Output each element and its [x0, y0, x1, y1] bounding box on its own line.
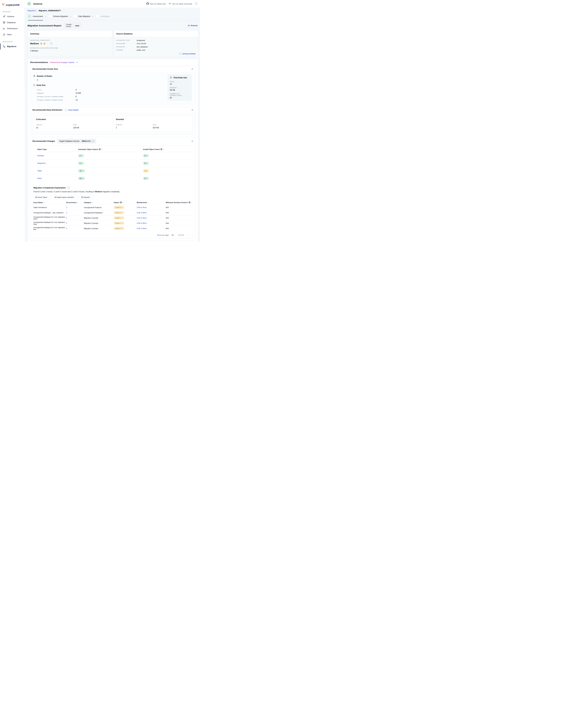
filter-impacts[interactable]: All Impacts⌄ [79, 195, 94, 199]
notes-section: Notes • Limitations in assessment [30, 241, 195, 242]
previous-page-button[interactable]: ‹ [186, 234, 189, 236]
chevron-down-icon: ⌄ [174, 234, 175, 236]
category-tooltip[interactable]: Migration Caveats [84, 222, 98, 224]
migration-stepper: ✓ Assessment › Schema Migration › Data M… [27, 14, 198, 20]
info-icon[interactable]: i [120, 201, 122, 203]
complexity-explanation: Migration Complexity Explanation ? Found… [30, 184, 195, 193]
breadcrumb-current[interactable]: Migration_29d80eb05d77 ⌄ [39, 9, 63, 12]
workaround-link[interactable]: Link to docs [137, 228, 166, 230]
database-value: test_database [137, 46, 196, 48]
complexity-explanation-help-icon[interactable]: ? [67, 187, 70, 189]
workaround-link[interactable]: Link to docs [137, 212, 166, 214]
category-tooltip[interactable]: Unsupported Datatypes [84, 212, 103, 214]
sort-control[interactable]: ▲▼ [123, 202, 124, 203]
complexity-label: MIGRATION COMPLEXITY [30, 39, 109, 41]
next-page-button[interactable]: › [191, 234, 194, 236]
report-title: Migration Assessment Report [27, 24, 61, 27]
sort-control[interactable]: ▲▼ [102, 149, 103, 150]
complexity-value: Medium [30, 42, 39, 45]
recommendations-title: Recommendations [30, 61, 48, 63]
workaround-link[interactable]: Link to docs [137, 217, 166, 219]
sidebar-item-alerts[interactable]: Alerts [0, 31, 25, 38]
workaround-link[interactable]: Link to docs [137, 222, 166, 224]
main-content: Migrations / Migration_29d80eb05d77 ⌄ ✓ … [25, 7, 200, 242]
changes-row-table: Table 11✓ 1⚠ [30, 167, 195, 174]
step-assessment[interactable]: ✓ Assessment [27, 14, 43, 18]
schema-details-link[interactable]: › Schema Details [179, 52, 195, 55]
breadcrumb-separator: / [37, 9, 38, 12]
sort-control[interactable]: ▲▼ [77, 202, 78, 203]
col-invalid-count: Invalid Object Count i ▲▼ [143, 148, 195, 150]
check-icon: ✓ [146, 163, 147, 164]
breadcrumb-migrations-link[interactable]: Migrations [27, 9, 36, 12]
issue-row: Unsupported datatype for Live migration … [30, 225, 195, 231]
view-details-link[interactable]: › View Details [65, 109, 79, 111]
workaround-link[interactable]: Link to docs [137, 206, 166, 209]
filter-issue-types[interactable]: All Issue Types⌄ [34, 195, 51, 199]
db-type-label: DATABASE TYPE [116, 39, 137, 41]
occurrences-link[interactable]: 1 [66, 217, 84, 219]
step-schema-migration[interactable]: Schema Migration [48, 14, 68, 18]
category-tooltip[interactable]: Migration Caveats [84, 217, 98, 219]
object-type-link[interactable]: Schema [30, 155, 78, 157]
brand-logo[interactable]: yugabyteDB [0, 0, 25, 7]
info-icon[interactable]: i [160, 148, 162, 150]
col-min-versions: Minimum Versions Fixed Ini▲▼ [166, 201, 195, 203]
sidebar-item-universe[interactable]: Universe [0, 14, 25, 19]
occurrences-link[interactable]: 1 [66, 228, 84, 230]
target-version-label: Target Database Version : [59, 140, 81, 142]
refresh-button[interactable]: ⟳ Refresh [188, 24, 198, 27]
schema-value: public, test [137, 49, 196, 51]
sort-control[interactable]: ▲▼ [92, 202, 93, 203]
colocated-tables-label: TABLES [36, 124, 73, 126]
rows-per-page-select[interactable]: 10 ⌄ [172, 234, 175, 236]
issue-row: Unsupported datatype for Live migration … [30, 220, 195, 225]
sparkle-icon: ✦ [76, 61, 78, 63]
page-title: Universe [33, 3, 42, 5]
sort-control[interactable]: ▲▼ [148, 202, 149, 203]
brand-name: yugabyteDB [6, 3, 20, 6]
target-version-help-icon[interactable]: ? [92, 140, 94, 143]
sort-control[interactable]: ▲▼ [163, 149, 164, 150]
db-type-value: postgresql [137, 39, 196, 41]
refresh-icon: ⟳ [188, 24, 190, 27]
slack-link[interactable]: Join our Slack community [169, 2, 192, 5]
category-tooltip[interactable]: Migration Caveats [84, 228, 98, 230]
occurrences-link[interactable]: 1 [66, 222, 84, 224]
sidebar-item-label: Migrations [7, 45, 16, 48]
object-type-link[interactable]: Table [30, 170, 78, 172]
object-type-link[interactable]: Sequence [30, 162, 78, 164]
bell-icon [3, 33, 5, 36]
sidebar-item-databases[interactable]: Databases [0, 19, 25, 25]
issue-name: Unsupported datatype for Live migration … [30, 216, 66, 220]
occurrences-link[interactable]: 1 [66, 212, 84, 214]
sort-control[interactable]: ▲▼ [44, 202, 45, 203]
collapse-icon[interactable] [191, 141, 193, 142]
check-icon: ✓ [81, 163, 82, 164]
schema-label: SCHEMA [116, 49, 137, 51]
sort-control[interactable]: ▲▼ [191, 202, 192, 203]
complexity-help-icon[interactable]: ? [50, 42, 52, 45]
check-icon: ✓ [81, 155, 82, 157]
complexity-explanation-title: Migration Complexity Explanation [34, 187, 66, 189]
chevron-down-icon: ⌄ [62, 10, 63, 12]
powered-by-voyager-copilot[interactable]: Powered by Voyager Copilot [50, 62, 74, 63]
total-node-size-box: Total Node Size VCPU12 MEMORY48 GB NUMBE… [168, 74, 192, 101]
github-link[interactable]: Visit our Github repo [146, 2, 166, 5]
object-type-link[interactable]: Index [30, 177, 78, 179]
occurrences-link[interactable]: 1 [66, 206, 84, 209]
info-icon[interactable]: i [99, 148, 101, 150]
info-icon[interactable]: i [188, 201, 190, 203]
sidebar-item-migrations[interactable]: Migrations [0, 43, 25, 49]
category-tooltip[interactable]: Unsupported Features [84, 207, 102, 209]
sidebar-item-performance[interactable]: Performance [0, 25, 25, 31]
step-data-migration[interactable]: Data Migration [73, 14, 90, 18]
filter-object-types[interactable]: All object types selected⌄ [53, 195, 78, 199]
help-icon[interactable]: ? [195, 2, 197, 5]
collapse-icon[interactable] [191, 109, 193, 111]
voyager-version-label: Voyager Version [66, 24, 73, 27]
min-versions-value: N/A [166, 217, 195, 219]
total-connections-label: NUMBER OF CONNECTIONS [170, 93, 190, 96]
collapse-icon[interactable] [191, 68, 193, 70]
step-verification[interactable]: Verification [95, 14, 110, 18]
